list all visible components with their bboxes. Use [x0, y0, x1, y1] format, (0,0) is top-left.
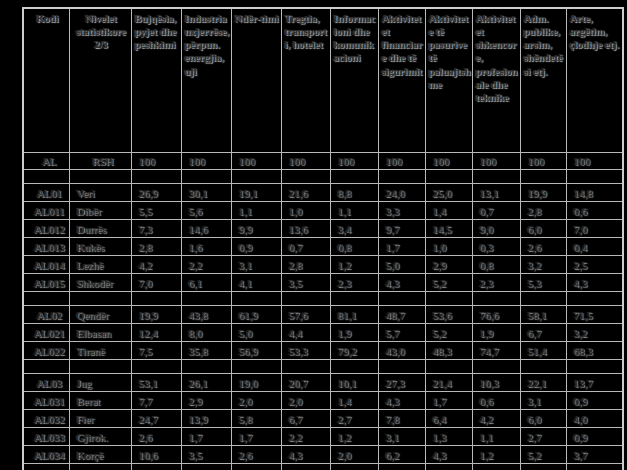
region-code-cell: AL035	[23, 464, 69, 470]
empty-cell	[23, 292, 69, 306]
value-cell: 0,7	[281, 238, 330, 256]
empty-cell	[181, 360, 231, 374]
value-cell: 2,2	[181, 256, 231, 274]
value-cell: 2,8	[281, 256, 330, 274]
column-header-12: Arte, argëtim, çlodhje etj.	[566, 8, 623, 153]
empty-cell	[378, 170, 425, 184]
value-cell: 5,2	[425, 324, 472, 342]
value-cell: 100	[425, 153, 472, 170]
value-cell: 6,9	[231, 464, 281, 470]
empty-cell	[69, 292, 131, 306]
value-cell: 7,5	[131, 342, 181, 360]
column-header-7: Informacioni dhe komunikacioni	[330, 8, 378, 153]
value-cell: 35,8	[181, 342, 231, 360]
value-cell: 5,8	[231, 410, 281, 428]
column-header-4: Industria nxjerrëse, përpun. energjia, u…	[181, 8, 231, 153]
table-header-row: KodiNivelet statistikore 2/3Bujqësia, py…	[23, 8, 623, 153]
value-cell: 1,3	[425, 428, 472, 446]
empty-cell	[472, 360, 520, 374]
empty-cell	[378, 360, 425, 374]
value-cell: 100	[472, 153, 520, 170]
empty-cell	[69, 360, 131, 374]
empty-cell	[23, 360, 69, 374]
value-cell: 10,6	[131, 446, 181, 464]
region-code-cell: AL031	[23, 392, 69, 410]
value-cell: 4,2	[131, 256, 181, 274]
region-code-cell: AL02	[23, 306, 69, 324]
value-cell: 2,3	[330, 274, 378, 292]
table-row-AL03: AL03Jug53,126,119,020,710,127,321,410,32…	[23, 374, 623, 392]
region-code-cell: AL022	[23, 342, 69, 360]
empty-cell	[231, 170, 281, 184]
value-cell: 2,6	[231, 446, 281, 464]
value-cell: 81,1	[330, 306, 378, 324]
value-cell: 13,1	[472, 184, 520, 202]
value-cell: 100	[281, 153, 330, 170]
value-cell: 10,3	[472, 374, 520, 392]
value-cell: 7,8	[378, 410, 425, 428]
value-cell: 53,3	[281, 342, 330, 360]
table-row-AL034: AL034Korçë10,63,52,64,32,06,24,31,25,23,…	[23, 446, 623, 464]
empty-cell	[281, 170, 330, 184]
value-cell: 100	[181, 153, 231, 170]
value-cell: 48,7	[378, 306, 425, 324]
table-row-AL035: AL035Vlorë7,44,16,95,62,75,97,73,25,14,2	[23, 464, 623, 470]
region-code-cell: AL	[23, 153, 69, 170]
value-cell: 1,2	[472, 446, 520, 464]
value-cell: 1,4	[425, 202, 472, 220]
value-cell: 6,0	[520, 410, 566, 428]
empty-cell	[330, 170, 378, 184]
empty-cell	[281, 292, 330, 306]
value-cell: 5,9	[378, 464, 425, 470]
value-cell: 3,4	[330, 220, 378, 238]
table-row-AL021: AL021Elbasan12,48,05,04,41,95,75,21,96,7…	[23, 324, 623, 342]
value-cell: 6,2	[378, 446, 425, 464]
value-cell: 2,9	[425, 256, 472, 274]
value-cell: 0,6	[566, 202, 623, 220]
value-cell: 61,9	[231, 306, 281, 324]
value-cell: 58,1	[520, 306, 566, 324]
region-name-cell: Elbasan	[69, 324, 131, 342]
value-cell: 2,3	[472, 274, 520, 292]
value-cell: 6,7	[520, 324, 566, 342]
empty-cell	[378, 292, 425, 306]
value-cell: 3,5	[181, 446, 231, 464]
value-cell: 74,7	[472, 342, 520, 360]
value-cell: 9,7	[378, 220, 425, 238]
value-cell: 1,7	[231, 428, 281, 446]
region-name-cell: RSH	[69, 153, 131, 170]
value-cell: 51,4	[520, 342, 566, 360]
regional-statistics-table: KodiNivelet statistikore 2/3Bujqësia, py…	[22, 7, 624, 470]
value-cell: 6,4	[425, 410, 472, 428]
value-cell: 4,3	[281, 446, 330, 464]
empty-cell	[566, 292, 623, 306]
column-header-9: Aktivitete të pasurive të paluajtshme	[425, 8, 472, 153]
value-cell: 1,1	[231, 202, 281, 220]
spacer-row	[23, 170, 623, 184]
value-cell: 2,0	[231, 392, 281, 410]
table-row-AL022: AL022Tiranë7,535,856,953,379,243,048,374…	[23, 342, 623, 360]
value-cell: 2,8	[131, 238, 181, 256]
region-name-cell: Vlorë	[69, 464, 131, 470]
empty-cell	[330, 292, 378, 306]
value-cell: 19,0	[231, 374, 281, 392]
value-cell: 9,0	[472, 220, 520, 238]
value-cell: 8,8	[330, 184, 378, 202]
value-cell: 43,8	[181, 306, 231, 324]
table-row-AL012: AL012Durrës7,314,69,913,63,49,714,59,06,…	[23, 220, 623, 238]
value-cell: 1,1	[330, 202, 378, 220]
value-cell: 56,9	[231, 342, 281, 360]
column-header-5: Ndër-timi	[231, 8, 281, 153]
column-header-6: Tregtia, transporti, hotelet	[281, 8, 330, 153]
value-cell: 5,1	[520, 464, 566, 470]
region-name-cell: Tiranë	[69, 342, 131, 360]
value-cell: 7,7	[425, 464, 472, 470]
value-cell: 2,8	[520, 202, 566, 220]
value-cell: 2,9	[181, 392, 231, 410]
value-cell: 0,8	[330, 238, 378, 256]
value-cell: 19,9	[520, 184, 566, 202]
empty-cell	[425, 292, 472, 306]
value-cell: 13,6	[281, 220, 330, 238]
value-cell: 3,2	[472, 464, 520, 470]
value-cell: 13,9	[181, 410, 231, 428]
